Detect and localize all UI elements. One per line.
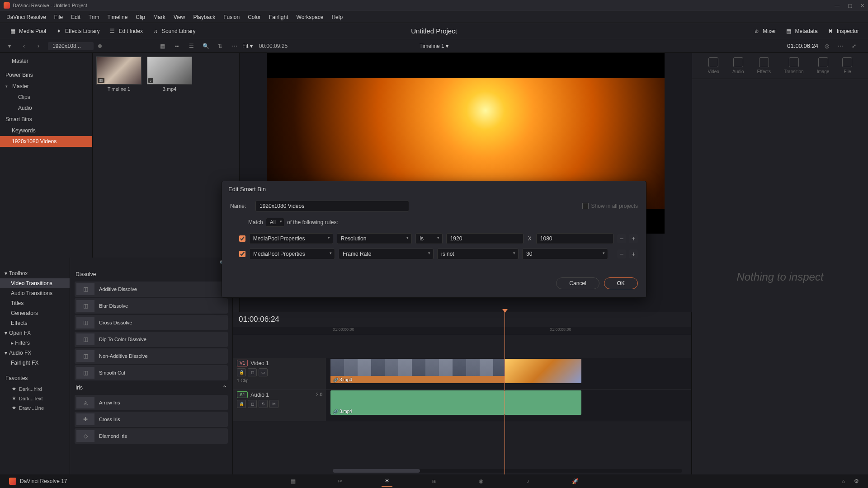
menu-item[interactable]: View xyxy=(170,13,189,22)
rule-value-input[interactable] xyxy=(446,233,524,244)
rule-enabled-checkbox[interactable] xyxy=(239,235,245,242)
menu-item[interactable]: Mark xyxy=(150,13,169,22)
power-bin-master[interactable]: ▾Master xyxy=(0,81,92,92)
auto-select-icon[interactable]: ◻ xyxy=(248,400,257,408)
rule-operator-select[interactable]: is xyxy=(415,233,442,244)
color-page-icon[interactable]: ◉ xyxy=(476,476,486,487)
fx-item[interactable]: ◫Dip To Color Dissolve xyxy=(75,332,228,347)
cut-page-icon[interactable]: ✂ xyxy=(335,476,345,487)
solo-button[interactable]: S xyxy=(259,400,268,408)
fx-group-dissolve[interactable]: Dissolve xyxy=(70,268,232,280)
show-all-checkbox[interactable] xyxy=(582,203,589,209)
tree-fairlight[interactable]: Fairlight FX xyxy=(0,358,70,368)
fx-item[interactable]: ◇Diamond Iris xyxy=(75,428,228,444)
menu-item[interactable]: Edit xyxy=(67,13,84,22)
favorite-item[interactable]: ★Dark...hird xyxy=(0,384,70,394)
edit-index-toggle[interactable]: ☰ Edit Index xyxy=(104,26,147,37)
menu-item[interactable]: Workspace xyxy=(293,13,327,22)
mute-button[interactable]: M xyxy=(269,400,278,408)
menu-item[interactable]: Fairlight xyxy=(265,13,292,22)
lock-icon[interactable]: 🔒 xyxy=(237,400,246,408)
timeline-scrollbar[interactable] xyxy=(333,469,682,473)
fairlight-page-icon[interactable]: ♪ xyxy=(523,476,533,487)
tree-video-transitions[interactable]: Video Transitions xyxy=(0,278,70,288)
tree-effects[interactable]: Effects xyxy=(0,318,70,328)
audio-clip[interactable]: 3.mp4 xyxy=(330,390,505,415)
power-bin-clips[interactable]: Clips xyxy=(0,92,92,103)
timeline-name[interactable]: Timeline 1 ▾ xyxy=(420,43,448,49)
deliver-page-icon[interactable]: 🚀 xyxy=(570,476,580,487)
bypass-icon[interactable]: ◎ xyxy=(822,41,832,51)
sound-library-toggle[interactable]: ♫ Sound Library xyxy=(147,26,200,37)
metadata-toggle[interactable]: ▤ Metadata xyxy=(781,26,822,37)
menu-item[interactable]: Timeline xyxy=(104,13,131,22)
detail-view-icon[interactable]: ☰ xyxy=(186,41,196,51)
rule-category-select[interactable]: MediaPool Properties xyxy=(249,249,335,259)
inspector-tab-video[interactable]: Video xyxy=(708,57,719,74)
inspector-tab-audio[interactable]: Audio xyxy=(732,57,744,74)
audiofx-header[interactable]: ▾Audio FX xyxy=(0,348,70,358)
toolbox-header[interactable]: ▾Toolbox xyxy=(0,268,70,278)
nav-prev-icon[interactable]: ‹ xyxy=(19,41,29,51)
bin-selector[interactable]: 1920x108... xyxy=(48,42,94,50)
menu-item[interactable]: Help xyxy=(328,13,346,22)
menu-item[interactable]: Clip xyxy=(132,13,149,22)
inspector-tab-transition[interactable]: Transition xyxy=(784,57,804,74)
bin-view-icon[interactable]: ▾ xyxy=(5,41,14,51)
favorite-item[interactable]: ★Dark...Text xyxy=(0,394,70,403)
track-badge-a1[interactable]: A1 xyxy=(237,391,248,398)
rule-value-select[interactable]: 30 xyxy=(522,249,608,259)
audio-clip[interactable] xyxy=(505,390,581,415)
fx-item[interactable]: ◫Additive Dissolve xyxy=(75,282,228,297)
fx-item[interactable]: ◫Smooth Cut xyxy=(75,365,228,380)
fx-item[interactable]: ◬Arrow Iris xyxy=(75,395,228,410)
tree-audio-transitions[interactable]: Audio Transitions xyxy=(0,288,70,298)
thumbnails-icon[interactable]: ▭ xyxy=(259,368,268,376)
zoom-fit[interactable]: Fit ▾ xyxy=(240,43,255,49)
match-select[interactable]: All xyxy=(266,218,284,227)
more-icon[interactable]: ⋯ xyxy=(230,41,240,51)
rule-category-select[interactable]: MediaPool Properties xyxy=(249,233,333,244)
favorite-item[interactable]: ★Draw...Line xyxy=(0,403,70,413)
rule-field-select[interactable]: Frame Rate xyxy=(339,249,434,259)
grid-view-icon[interactable]: ▪▪ xyxy=(172,41,182,51)
smart-bin-868x488[interactable]: 868x488 Videos xyxy=(0,136,92,147)
tree-filters[interactable]: ▸ Filters xyxy=(0,338,70,348)
inspector-toggle[interactable]: ✖ Inspector xyxy=(822,26,863,37)
media-page-icon[interactable]: ▦ xyxy=(288,476,298,487)
fx-item[interactable]: ✚Cross Iris xyxy=(75,412,228,427)
inspector-tab-image[interactable]: Image xyxy=(817,57,830,74)
add-rule-button[interactable]: + xyxy=(629,249,638,258)
remove-rule-button[interactable]: − xyxy=(617,234,626,243)
tree-titles[interactable]: Titles xyxy=(0,298,70,308)
track-badge-v1[interactable]: V1 xyxy=(237,360,248,366)
clip-thumb-video[interactable]: ♪ 3.mp4 xyxy=(147,56,192,92)
video-clip[interactable] xyxy=(505,359,581,383)
video-clip[interactable]: 3.mp4 xyxy=(330,359,505,383)
master-bin[interactable]: Master xyxy=(0,56,92,66)
list-view-icon[interactable]: ▦ xyxy=(157,41,167,51)
expand-icon[interactable]: ⤢ xyxy=(849,41,859,51)
inspector-tab-file[interactable]: File xyxy=(842,57,852,74)
menu-item[interactable]: Color xyxy=(244,13,264,22)
edit-page-icon[interactable]: ✶ xyxy=(382,476,392,487)
auto-select-icon[interactable]: ◻ xyxy=(248,368,257,376)
fx-group-iris[interactable]: Iris⌃ xyxy=(70,382,232,394)
menu-item[interactable]: Trim xyxy=(85,13,103,22)
fx-item[interactable]: ◫Non-Additive Dissolve xyxy=(75,348,228,364)
add-rule-button[interactable]: + xyxy=(629,234,638,243)
sort-icon[interactable]: ⇅ xyxy=(215,41,225,51)
menu-item[interactable]: Playback xyxy=(189,13,219,22)
power-bin-audio[interactable]: Audio xyxy=(0,103,92,113)
menu-item[interactable]: DaVinci Resolve xyxy=(3,13,50,22)
search-icon[interactable]: 🔍 xyxy=(201,41,211,51)
ok-button[interactable]: OK xyxy=(604,277,638,289)
playhead[interactable] xyxy=(505,312,505,474)
menu-item[interactable]: Fusion xyxy=(220,13,243,22)
maximize-icon[interactable]: ▢ xyxy=(848,3,852,9)
tree-generators[interactable]: Generators xyxy=(0,308,70,318)
minimize-icon[interactable]: — xyxy=(835,3,840,9)
settings-icon[interactable]: ⚙ xyxy=(854,478,859,484)
media-pool-toggle[interactable]: ▦ Media Pool xyxy=(5,26,51,37)
menu-item[interactable]: File xyxy=(51,13,66,22)
